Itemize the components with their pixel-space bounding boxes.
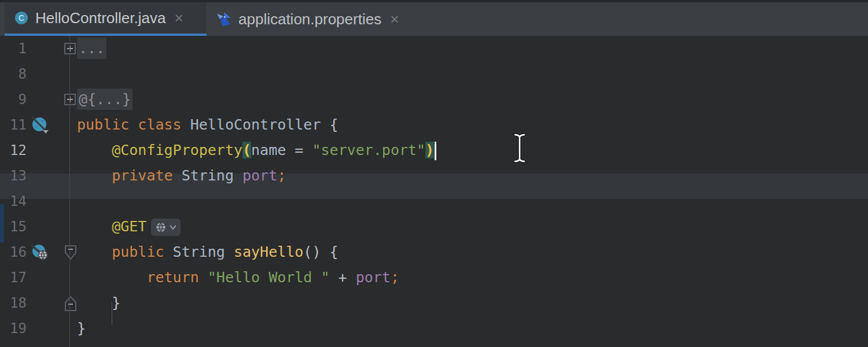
line-number: 17 <box>0 265 27 290</box>
indent-guide <box>112 302 112 325</box>
line-number: 14 <box>0 189 27 214</box>
code-token: { <box>330 116 339 133</box>
code-text: @GET <box>77 214 181 239</box>
code-line-19[interactable]: 19} <box>0 316 868 341</box>
fold-marker-collapsed-icon[interactable] <box>64 42 78 55</box>
code-text: @ConfigProperty(name = "server.port") <box>77 138 436 163</box>
code-token: ) <box>425 142 434 158</box>
code-token: name <box>251 142 295 158</box>
window-top-strip <box>0 0 868 2</box>
code-text: } <box>77 290 120 316</box>
editor-tab-bar: C HelloController.java × application.pro… <box>0 0 868 36</box>
rest-endpoint-icon[interactable] <box>31 243 50 262</box>
code-text: } <box>77 316 86 341</box>
line-number: 16 <box>0 239 27 265</box>
line-number: 8 <box>0 61 27 87</box>
ide-window: C HelloController.java × application.pro… <box>0 0 868 347</box>
svg-text:C: C <box>19 13 24 23</box>
fold-marker-end-icon[interactable] <box>64 295 78 312</box>
code-token: return <box>146 269 207 286</box>
close-icon[interactable]: × <box>174 10 183 25</box>
code-text: private String port; <box>77 163 286 189</box>
code-text: ... <box>77 36 106 61</box>
line-number: 11 <box>0 112 27 138</box>
quarkus-file-icon <box>216 11 232 27</box>
code-token: } <box>77 320 86 337</box>
code-token: String <box>182 167 242 184</box>
code-text: public class HelloController { <box>77 112 339 138</box>
fold-marker-start-icon[interactable] <box>64 244 78 261</box>
line-number: 1 <box>0 36 27 61</box>
line-number: 19 <box>0 316 27 341</box>
code-token: = <box>295 142 312 158</box>
tab-application-properties[interactable]: application.properties × <box>207 2 425 36</box>
code-text: public String sayHello() { <box>77 239 339 265</box>
line-number: 9 <box>0 87 27 112</box>
line-number: 18 <box>0 290 27 316</box>
code-token <box>77 167 112 184</box>
code-line-11[interactable]: 11public class HelloController { <box>0 112 868 138</box>
code-token <box>77 269 146 286</box>
globe-icon <box>155 221 167 234</box>
code-token <box>77 243 112 260</box>
code-line-14[interactable]: 14 <box>0 189 868 214</box>
code-token: "server.port" <box>312 142 425 158</box>
code-line-1[interactable]: 1... <box>0 36 868 61</box>
code-token: sayHello <box>234 243 303 260</box>
code-token: "Hello World " <box>208 269 330 286</box>
code-editor[interactable]: 1...89@{...}11public class HelloControll… <box>0 36 868 347</box>
code-token: String <box>173 243 234 260</box>
code-token: ( <box>242 142 251 158</box>
tab-label: HelloController.java <box>35 9 165 27</box>
code-line-9[interactable]: 9@{...} <box>0 87 868 112</box>
code-token: port <box>356 269 391 286</box>
code-token: private <box>112 167 181 184</box>
code-token: @ConfigProperty <box>112 142 242 158</box>
fold-marker-collapsed-icon[interactable] <box>64 93 78 106</box>
gutter-separator-line <box>69 36 70 347</box>
code-token: public <box>112 243 172 260</box>
line-number: 12 <box>0 138 27 163</box>
code-token: port <box>242 167 277 184</box>
endpoint-inlay[interactable] <box>151 219 181 236</box>
code-token: ... <box>77 38 106 59</box>
text-caret <box>435 142 436 160</box>
tab-label: application.properties <box>238 10 381 28</box>
code-token: @GET <box>112 218 146 235</box>
code-line-8[interactable]: 8 <box>0 61 868 87</box>
tab-hellocontroller-java[interactable]: C HelloController.java × <box>5 2 207 36</box>
code-line-17[interactable]: 17 return "Hello World " + port; <box>0 265 868 290</box>
code-line-15[interactable]: 15 @GET <box>0 214 868 239</box>
code-line-13[interactable]: 13 private String port; <box>0 163 868 189</box>
code-token <box>77 142 112 158</box>
code-token: () { <box>303 243 338 260</box>
code-text: return "Hello World " + port; <box>77 265 399 290</box>
code-token: } <box>77 294 120 311</box>
java-class-icon: C <box>14 10 29 25</box>
code-line-16[interactable]: 16 public String sayHello() { <box>0 239 868 265</box>
code-token: ; <box>391 269 399 286</box>
code-token: public class <box>77 116 190 133</box>
close-icon[interactable]: × <box>390 12 399 27</box>
code-line-12[interactable]: 12 @ConfigProperty(name = "server.port") <box>0 138 868 163</box>
code-token: @{...} <box>77 88 133 110</box>
code-token: HelloController <box>190 116 330 133</box>
code-token <box>77 218 112 235</box>
code-text: @{...} <box>77 87 133 112</box>
rest-class-icon[interactable] <box>31 116 50 135</box>
line-number: 15 <box>0 214 27 239</box>
code-token: + <box>330 269 356 286</box>
code-token: ; <box>277 167 286 184</box>
code-line-18[interactable]: 18 } <box>0 290 868 316</box>
chevron-down-icon <box>169 224 177 231</box>
line-number: 13 <box>0 163 27 189</box>
